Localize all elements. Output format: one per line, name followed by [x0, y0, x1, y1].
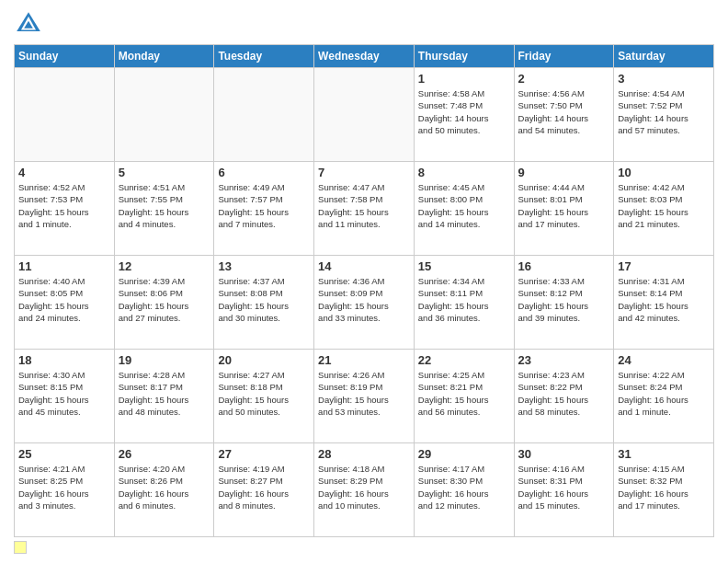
day-number: 16 — [518, 259, 610, 273]
calendar-week-row: 1Sunrise: 4:58 AM Sunset: 7:48 PM Daylig… — [15, 68, 714, 162]
calendar-day-cell: 10Sunrise: 4:42 AM Sunset: 8:03 PM Dayli… — [614, 162, 714, 256]
calendar-day-cell: 31Sunrise: 4:15 AM Sunset: 8:32 PM Dayli… — [614, 443, 714, 537]
calendar-day-cell: 14Sunrise: 4:36 AM Sunset: 8:09 PM Dayli… — [314, 256, 415, 350]
day-info: Sunrise: 4:23 AM Sunset: 8:22 PM Dayligh… — [518, 369, 610, 418]
calendar-week-row: 11Sunrise: 4:40 AM Sunset: 8:05 PM Dayli… — [15, 256, 714, 350]
day-number: 22 — [418, 353, 510, 367]
day-number: 14 — [318, 259, 410, 273]
day-number: 28 — [318, 447, 410, 461]
calendar-day-cell — [15, 68, 115, 162]
day-number: 15 — [418, 259, 510, 273]
calendar-day-cell: 28Sunrise: 4:18 AM Sunset: 8:29 PM Dayli… — [314, 443, 415, 537]
day-number: 4 — [18, 166, 110, 179]
calendar-day-header: Wednesday — [314, 45, 415, 68]
day-info: Sunrise: 4:26 AM Sunset: 8:19 PM Dayligh… — [318, 369, 410, 418]
calendar-day-cell: 12Sunrise: 4:39 AM Sunset: 8:06 PM Dayli… — [114, 256, 214, 350]
calendar-day-cell: 5Sunrise: 4:51 AM Sunset: 7:55 PM Daylig… — [114, 162, 214, 256]
day-number: 30 — [518, 447, 610, 461]
calendar-day-header: Friday — [514, 45, 614, 68]
calendar-table: SundayMondayTuesdayWednesdayThursdayFrid… — [14, 44, 714, 537]
calendar-day-cell: 21Sunrise: 4:26 AM Sunset: 8:19 PM Dayli… — [314, 350, 415, 443]
day-number: 18 — [18, 353, 110, 367]
calendar-day-cell: 6Sunrise: 4:49 AM Sunset: 7:57 PM Daylig… — [214, 162, 314, 256]
calendar-day-cell: 1Sunrise: 4:58 AM Sunset: 7:48 PM Daylig… — [414, 68, 514, 162]
day-number: 8 — [418, 166, 510, 179]
day-info: Sunrise: 4:25 AM Sunset: 8:21 PM Dayligh… — [418, 369, 510, 418]
day-number: 20 — [218, 353, 310, 367]
calendar-day-cell: 9Sunrise: 4:44 AM Sunset: 8:01 PM Daylig… — [514, 162, 614, 256]
day-info: Sunrise: 4:49 AM Sunset: 7:57 PM Dayligh… — [218, 181, 310, 230]
calendar-day-cell: 17Sunrise: 4:31 AM Sunset: 8:14 PM Dayli… — [614, 256, 714, 350]
day-info: Sunrise: 4:21 AM Sunset: 8:25 PM Dayligh… — [18, 463, 110, 511]
calendar-day-cell: 22Sunrise: 4:25 AM Sunset: 8:21 PM Dayli… — [414, 350, 514, 443]
day-number: 9 — [518, 166, 610, 179]
footer — [14, 541, 714, 554]
calendar-header-row: SundayMondayTuesdayWednesdayThursdayFrid… — [15, 45, 714, 68]
day-number: 13 — [218, 259, 310, 273]
day-info: Sunrise: 4:45 AM Sunset: 8:00 PM Dayligh… — [418, 181, 510, 230]
day-info: Sunrise: 4:30 AM Sunset: 8:15 PM Dayligh… — [18, 369, 110, 418]
calendar-day-cell: 4Sunrise: 4:52 AM Sunset: 7:53 PM Daylig… — [15, 162, 115, 256]
day-info: Sunrise: 4:22 AM Sunset: 8:24 PM Dayligh… — [618, 369, 710, 418]
day-info: Sunrise: 4:34 AM Sunset: 8:11 PM Dayligh… — [418, 275, 510, 324]
day-info: Sunrise: 4:39 AM Sunset: 8:06 PM Dayligh… — [119, 275, 210, 324]
calendar-day-header: Saturday — [614, 45, 714, 68]
header — [14, 9, 714, 39]
page: SundayMondayTuesdayWednesdayThursdayFrid… — [0, 0, 728, 563]
day-number: 19 — [119, 353, 210, 367]
day-number: 10 — [618, 166, 710, 179]
calendar-day-cell — [114, 68, 214, 162]
day-number: 1 — [418, 72, 510, 86]
day-number: 6 — [218, 166, 310, 179]
calendar-day-cell: 16Sunrise: 4:33 AM Sunset: 8:12 PM Dayli… — [514, 256, 614, 350]
calendar-week-row: 4Sunrise: 4:52 AM Sunset: 7:53 PM Daylig… — [15, 162, 714, 256]
day-number: 5 — [119, 166, 210, 179]
day-info: Sunrise: 4:18 AM Sunset: 8:29 PM Dayligh… — [318, 463, 410, 511]
calendar-day-cell: 7Sunrise: 4:47 AM Sunset: 7:58 PM Daylig… — [314, 162, 415, 256]
day-info: Sunrise: 4:54 AM Sunset: 7:52 PM Dayligh… — [618, 87, 710, 136]
day-info: Sunrise: 4:31 AM Sunset: 8:14 PM Dayligh… — [618, 275, 710, 324]
day-info: Sunrise: 4:51 AM Sunset: 7:55 PM Dayligh… — [119, 181, 210, 230]
calendar-day-cell: 15Sunrise: 4:34 AM Sunset: 8:11 PM Dayli… — [414, 256, 514, 350]
day-number: 7 — [318, 166, 410, 179]
day-number: 27 — [218, 447, 310, 461]
day-number: 3 — [618, 72, 710, 86]
day-info: Sunrise: 4:36 AM Sunset: 8:09 PM Dayligh… — [318, 275, 410, 324]
day-number: 12 — [119, 259, 210, 273]
day-number: 31 — [618, 447, 710, 461]
calendar-day-header: Sunday — [15, 45, 115, 68]
day-info: Sunrise: 4:28 AM Sunset: 8:17 PM Dayligh… — [119, 369, 210, 418]
calendar-day-cell: 13Sunrise: 4:37 AM Sunset: 8:08 PM Dayli… — [214, 256, 314, 350]
calendar-week-row: 18Sunrise: 4:30 AM Sunset: 8:15 PM Dayli… — [15, 350, 714, 443]
calendar-day-header: Tuesday — [214, 45, 314, 68]
day-info: Sunrise: 4:15 AM Sunset: 8:32 PM Dayligh… — [618, 463, 710, 511]
day-number: 2 — [518, 72, 610, 86]
day-number: 29 — [418, 447, 510, 461]
calendar-day-cell: 2Sunrise: 4:56 AM Sunset: 7:50 PM Daylig… — [514, 68, 614, 162]
calendar-day-cell: 8Sunrise: 4:45 AM Sunset: 8:00 PM Daylig… — [414, 162, 514, 256]
calendar-day-cell — [214, 68, 314, 162]
day-info: Sunrise: 4:40 AM Sunset: 8:05 PM Dayligh… — [18, 275, 110, 324]
calendar-day-cell: 18Sunrise: 4:30 AM Sunset: 8:15 PM Dayli… — [15, 350, 115, 443]
day-info: Sunrise: 4:47 AM Sunset: 7:58 PM Dayligh… — [318, 181, 410, 230]
day-info: Sunrise: 4:37 AM Sunset: 8:08 PM Dayligh… — [218, 275, 310, 324]
day-number: 21 — [318, 353, 410, 367]
day-info: Sunrise: 4:52 AM Sunset: 7:53 PM Dayligh… — [18, 181, 110, 230]
calendar-day-header: Monday — [114, 45, 214, 68]
day-info: Sunrise: 4:17 AM Sunset: 8:30 PM Dayligh… — [418, 463, 510, 511]
calendar-day-cell: 27Sunrise: 4:19 AM Sunset: 8:27 PM Dayli… — [214, 443, 314, 537]
calendar-day-cell: 30Sunrise: 4:16 AM Sunset: 8:31 PM Dayli… — [514, 443, 614, 537]
calendar-day-cell: 24Sunrise: 4:22 AM Sunset: 8:24 PM Dayli… — [614, 350, 714, 443]
logo-icon — [14, 9, 43, 39]
day-info: Sunrise: 4:56 AM Sunset: 7:50 PM Dayligh… — [518, 87, 610, 136]
day-info: Sunrise: 4:27 AM Sunset: 8:18 PM Dayligh… — [218, 369, 310, 418]
logo — [14, 9, 47, 39]
day-info: Sunrise: 4:20 AM Sunset: 8:26 PM Dayligh… — [119, 463, 210, 511]
calendar-week-row: 25Sunrise: 4:21 AM Sunset: 8:25 PM Dayli… — [15, 443, 714, 537]
day-number: 24 — [618, 353, 710, 367]
day-number: 23 — [518, 353, 610, 367]
daylight-box — [14, 541, 27, 554]
day-number: 26 — [119, 447, 210, 461]
calendar-day-cell: 19Sunrise: 4:28 AM Sunset: 8:17 PM Dayli… — [114, 350, 214, 443]
calendar-day-cell: 26Sunrise: 4:20 AM Sunset: 8:26 PM Dayli… — [114, 443, 214, 537]
